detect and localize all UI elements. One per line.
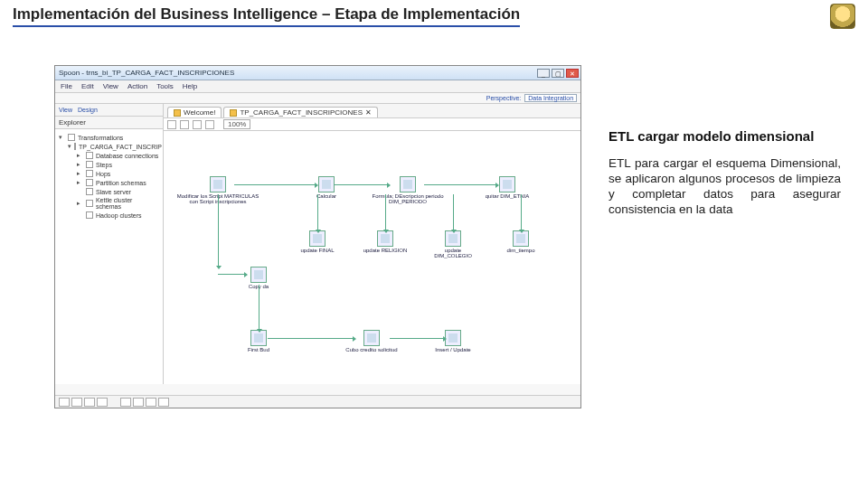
side-heading: ETL cargar modelo dimensional: [609, 128, 841, 144]
step-icon[interactable]: [445, 330, 461, 346]
hop[interactable]: [259, 285, 259, 330]
hop[interactable]: [453, 194, 454, 230]
tree-leaf[interactable]: Kettle cluster schemas: [96, 197, 159, 210]
menu-edit[interactable]: Edit: [81, 82, 94, 90]
menu-help[interactable]: Help: [183, 82, 197, 90]
step-icon[interactable]: [318, 176, 335, 192]
statusbar-icon: [84, 398, 95, 407]
menu-tools[interactable]: Tools: [156, 82, 174, 90]
hop[interactable]: [218, 274, 245, 275]
step-icon[interactable]: [210, 176, 226, 192]
perspective-data-integration[interactable]: Data Integration: [524, 94, 577, 102]
explorer-tree: ▾Transformations ▾TP_CARGA_FACT_INSCRIP …: [55, 129, 163, 384]
run-icon[interactable]: [167, 120, 176, 129]
pause-icon[interactable]: [180, 120, 189, 129]
tree-root[interactable]: Transformations: [78, 135, 123, 141]
hop[interactable]: [334, 184, 388, 185]
tree-leaf[interactable]: Hadoop clusters: [96, 212, 142, 219]
etl-canvas[interactable]: Modificar los Script MATRICULAS con Scri…: [164, 131, 580, 384]
statusbar-icon: [120, 398, 131, 407]
menu-file[interactable]: File: [61, 82, 72, 90]
step-label: quitar DIM_ETNIA: [480, 193, 534, 199]
tree-leaf[interactable]: Steps: [96, 162, 112, 168]
statusbar-icon: [59, 398, 70, 407]
step-icon[interactable]: [363, 330, 380, 346]
preview-icon[interactable]: [205, 120, 214, 129]
hop[interactable]: [317, 194, 318, 230]
canvas-pane: Welcome! TP_CARGA_FACT_INSCRIPCIONES✕ 10…: [164, 104, 580, 384]
step-label: update RELIGION: [358, 248, 412, 253]
tree-leaf[interactable]: Partition schemas: [96, 180, 146, 186]
hop[interactable]: [390, 338, 444, 339]
tab-view[interactable]: View: [59, 107, 72, 113]
step-label: dim_tiempo: [494, 248, 548, 253]
perspective-label: Perspective:: [486, 95, 522, 101]
hop[interactable]: [218, 194, 219, 267]
step-label: First Bud: [231, 347, 286, 352]
tree-leaf[interactable]: Database connections: [96, 153, 158, 159]
statusbar-icon: [133, 398, 144, 407]
window-title: Spoon - trns_bi_TP_CARGA_FACT_INSCRIPCIO…: [59, 69, 234, 77]
menu-view[interactable]: View: [103, 82, 118, 90]
etl-screenshot: Spoon - trns_bi_TP_CARGA_FACT_INSCRIPCIO…: [54, 65, 581, 408]
slide-title: Implementación del Business Intelligence…: [13, 5, 520, 27]
hop[interactable]: [268, 338, 354, 339]
step-label: update DIM_COLEGIO: [426, 248, 480, 258]
close-icon[interactable]: ✕: [365, 108, 372, 117]
step-label: Insert / Update: [426, 347, 480, 352]
step-label: update FINAL: [290, 248, 344, 253]
statusbar-icon: [97, 398, 108, 407]
maximize-button[interactable]: ▢: [552, 69, 564, 78]
statusbar-icon: [71, 398, 82, 407]
step-label: Calcular: [299, 193, 354, 199]
tab-design[interactable]: Design: [78, 107, 98, 113]
tab-transformation[interactable]: TP_CARGA_FACT_INSCRIPCIONES✕: [223, 107, 378, 117]
zoom-select[interactable]: 100%: [223, 119, 250, 129]
perspective-bar: Perspective: Data Integration: [55, 93, 580, 104]
menu-bar: File Edit View Action Tools Help: [55, 80, 580, 93]
institution-logo: [830, 4, 855, 29]
step-label: Cubo credito solicitud: [335, 347, 408, 352]
hop[interactable]: [234, 184, 316, 185]
left-pane: View Design Explorer ▾Transformations ▾T…: [55, 104, 164, 384]
stop-icon[interactable]: [193, 120, 202, 129]
document-icon: [230, 109, 237, 117]
window-titlebar: Spoon - trns_bi_TP_CARGA_FACT_INSCRIPCIO…: [55, 66, 580, 80]
document-icon: [174, 109, 181, 117]
step-icon[interactable]: [499, 176, 515, 192]
tree-trans[interactable]: TP_CARGA_FACT_INSCRIP: [79, 144, 162, 150]
hop[interactable]: [385, 194, 386, 230]
close-button[interactable]: ✕: [566, 69, 579, 78]
hop[interactable]: [424, 184, 496, 185]
menu-action[interactable]: Action: [127, 82, 147, 90]
statusbar-icon: [158, 398, 169, 407]
step-icon[interactable]: [250, 267, 267, 283]
tree-leaf[interactable]: Hops: [96, 171, 110, 177]
step-label: Formula; DEscripcion periodo DIM_PERIODO: [367, 193, 448, 204]
minimize-button[interactable]: _: [537, 69, 550, 78]
canvas-toolbar: 100%: [164, 118, 580, 131]
status-bar: [55, 395, 580, 408]
hop[interactable]: [521, 194, 522, 230]
explorer-label: Explorer: [55, 117, 163, 129]
step-icon[interactable]: [400, 176, 416, 192]
tab-welcome[interactable]: Welcome!: [167, 107, 222, 117]
side-body: ETL para cargar el esquema Dimensional, …: [609, 156, 841, 218]
statusbar-icon: [146, 398, 156, 407]
tree-leaf[interactable]: Slave server: [96, 189, 131, 195]
